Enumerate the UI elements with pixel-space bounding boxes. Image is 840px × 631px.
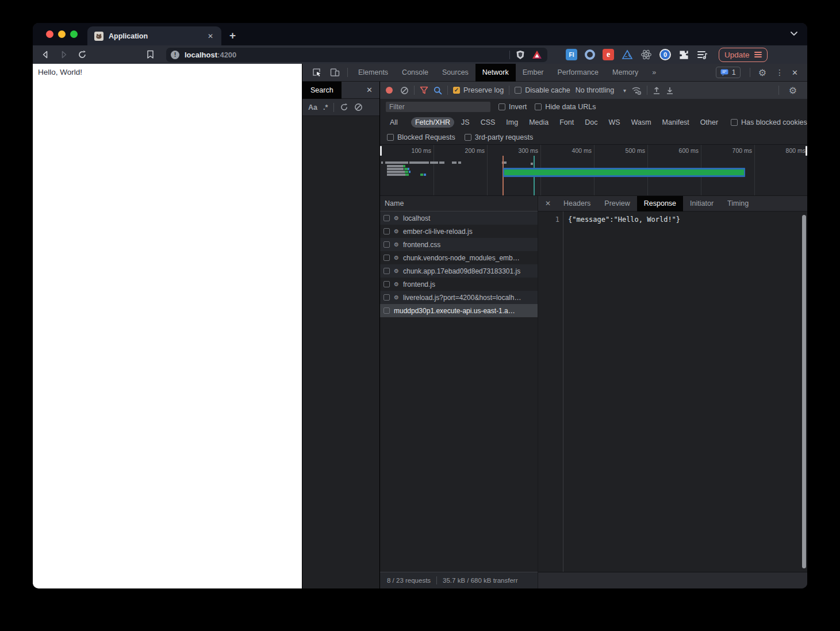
clear-network-log-icon[interactable] bbox=[400, 86, 409, 95]
tab-search-chevron-icon[interactable] bbox=[790, 31, 798, 36]
filter-type-media[interactable]: Media bbox=[525, 117, 553, 128]
more-tabs-icon[interactable]: » bbox=[645, 64, 663, 82]
tab-timing[interactable]: Timing bbox=[720, 196, 755, 211]
filter-type-doc[interactable]: Doc bbox=[581, 117, 601, 128]
tab-initiator[interactable]: Initiator bbox=[683, 196, 720, 211]
has-blocked-cookies-checkbox[interactable]: Has blocked cookies bbox=[731, 118, 807, 126]
device-toolbar-icon[interactable] bbox=[330, 68, 340, 77]
extension-ring-icon[interactable] bbox=[585, 49, 595, 60]
tab-console[interactable]: Console bbox=[395, 64, 435, 82]
requests-name-header[interactable]: Name bbox=[380, 196, 538, 211]
search-clear-icon[interactable] bbox=[354, 103, 363, 111]
bookmark-icon[interactable] bbox=[147, 50, 159, 59]
regex-icon[interactable]: .* bbox=[323, 103, 328, 111]
tab-network[interactable]: Network bbox=[475, 64, 516, 82]
blocked-requests-checkbox[interactable]: Blocked Requests bbox=[387, 133, 455, 141]
hide-data-urls-checkbox[interactable]: Hide data URLs bbox=[535, 103, 596, 111]
response-viewer[interactable]: 1 {"message":"Hello, World!"} bbox=[538, 211, 807, 572]
tab-preview[interactable]: Preview bbox=[597, 196, 636, 211]
import-har-icon[interactable] bbox=[653, 86, 661, 95]
minimize-window-button[interactable] bbox=[58, 30, 66, 38]
close-window-button[interactable] bbox=[46, 30, 53, 38]
network-conditions-icon[interactable] bbox=[631, 86, 642, 95]
request-checkbox[interactable] bbox=[383, 294, 390, 301]
extension-fi-icon[interactable]: FI bbox=[566, 49, 577, 60]
tab-memory[interactable]: Memory bbox=[605, 64, 645, 82]
tab-sources[interactable]: Sources bbox=[435, 64, 475, 82]
request-row[interactable]: ⚙ ember-cli-live-reload.js bbox=[380, 225, 538, 238]
request-row[interactable]: ⚙ frontend.css bbox=[380, 238, 538, 251]
tab-ember[interactable]: Ember bbox=[516, 64, 551, 82]
disable-cache-checkbox[interactable]: Disable cache bbox=[515, 86, 570, 94]
filter-type-font[interactable]: Font bbox=[555, 117, 578, 128]
record-network-log-icon[interactable] bbox=[386, 87, 393, 94]
request-row[interactable]: ⚙ localhost bbox=[380, 211, 538, 225]
inspect-element-icon[interactable] bbox=[312, 68, 322, 77]
request-row[interactable]: ⚙ frontend.js bbox=[380, 278, 538, 291]
filter-type-wasm[interactable]: Wasm bbox=[627, 117, 655, 128]
request-checkbox[interactable] bbox=[383, 268, 390, 274]
devtools-menu-icon[interactable]: ⋮ bbox=[776, 68, 784, 77]
issues-badge[interactable]: 1 bbox=[716, 67, 741, 78]
request-row[interactable]: ⚙ livereload.js?port=4200&host=localh… bbox=[380, 291, 538, 304]
back-button[interactable] bbox=[41, 50, 53, 59]
filter-type-all[interactable]: All bbox=[386, 117, 402, 128]
filter-type-other[interactable]: Other bbox=[696, 117, 722, 128]
filter-type-css[interactable]: CSS bbox=[477, 117, 500, 128]
filter-type-js[interactable]: JS bbox=[457, 117, 474, 128]
search-drawer-tab[interactable]: Search bbox=[302, 82, 342, 99]
request-row[interactable]: ⚙ chunk.app.17ebad09d8ed73183301.js bbox=[380, 264, 538, 278]
devtools-settings-icon[interactable]: ⚙ bbox=[758, 67, 766, 78]
preserve-log-checkbox[interactable]: ✓ Preserve log bbox=[453, 86, 504, 94]
network-settings-icon[interactable]: ⚙ bbox=[789, 85, 797, 96]
tab-elements[interactable]: Elements bbox=[351, 64, 395, 82]
request-row-selected[interactable]: muddpd30p1.execute-api.us-east-1.a… bbox=[380, 304, 538, 317]
extension-onepassword-icon[interactable]: 0 bbox=[659, 49, 671, 60]
timeline-right-handle[interactable] bbox=[806, 146, 807, 156]
forward-button[interactable] bbox=[59, 50, 72, 59]
browser-tab-application[interactable]: Application ✕ bbox=[87, 26, 221, 45]
filter-type-ws[interactable]: WS bbox=[604, 117, 624, 128]
details-close-icon[interactable]: ✕ bbox=[538, 199, 557, 207]
request-checkbox[interactable] bbox=[383, 281, 390, 287]
request-checkbox[interactable] bbox=[383, 241, 390, 248]
response-scrollbar[interactable] bbox=[802, 215, 806, 568]
filter-type-fetch-xhr[interactable]: Fetch/XHR bbox=[411, 117, 454, 128]
address-bar[interactable]: ! localhost:4200 bbox=[166, 48, 547, 62]
extensions-puzzle-icon[interactable] bbox=[678, 49, 689, 60]
export-har-icon[interactable] bbox=[666, 86, 674, 95]
update-button[interactable]: Update bbox=[719, 48, 768, 62]
search-refresh-icon[interactable] bbox=[340, 103, 348, 111]
request-row[interactable]: ⚙ chunk.vendors-node_modules_emb… bbox=[380, 251, 538, 264]
brave-shield-icon[interactable] bbox=[516, 50, 525, 60]
invert-checkbox[interactable]: Invert bbox=[498, 103, 527, 111]
third-party-requests-checkbox[interactable]: 3rd-party requests bbox=[465, 133, 533, 141]
filter-type-img[interactable]: Img bbox=[502, 117, 522, 128]
network-search-icon[interactable] bbox=[434, 86, 442, 95]
match-case-icon[interactable]: Aa bbox=[308, 103, 317, 111]
reading-list-icon[interactable] bbox=[697, 50, 708, 60]
new-tab-button[interactable]: + bbox=[229, 29, 236, 42]
tab-performance[interactable]: Performance bbox=[551, 64, 606, 82]
filter-funnel-icon[interactable] bbox=[420, 86, 428, 94]
devtools-close-icon[interactable]: ✕ bbox=[792, 68, 798, 77]
tab-headers[interactable]: Headers bbox=[557, 196, 597, 211]
filter-type-manifest[interactable]: Manifest bbox=[658, 117, 693, 128]
request-checkbox[interactable] bbox=[383, 215, 390, 221]
tab-response[interactable]: Response bbox=[637, 196, 683, 211]
extension-triangle-icon[interactable] bbox=[622, 49, 633, 60]
request-checkbox[interactable] bbox=[383, 307, 390, 314]
brave-rewards-icon[interactable] bbox=[532, 50, 542, 59]
site-info-icon[interactable]: ! bbox=[171, 51, 179, 59]
throttling-select[interactable]: No throttling ▾ bbox=[576, 86, 626, 94]
maximize-window-button[interactable] bbox=[70, 30, 78, 38]
timeline-left-handle[interactable] bbox=[380, 146, 382, 156]
request-checkbox[interactable] bbox=[383, 255, 390, 261]
search-close-icon[interactable]: ✕ bbox=[366, 86, 379, 94]
request-checkbox[interactable] bbox=[383, 228, 390, 234]
filter-input[interactable] bbox=[386, 102, 490, 112]
extension-atom-icon[interactable] bbox=[640, 49, 652, 60]
extension-ember-icon[interactable]: e bbox=[603, 49, 614, 60]
tab-close-icon[interactable]: ✕ bbox=[205, 31, 216, 41]
reload-button[interactable] bbox=[78, 50, 90, 59]
